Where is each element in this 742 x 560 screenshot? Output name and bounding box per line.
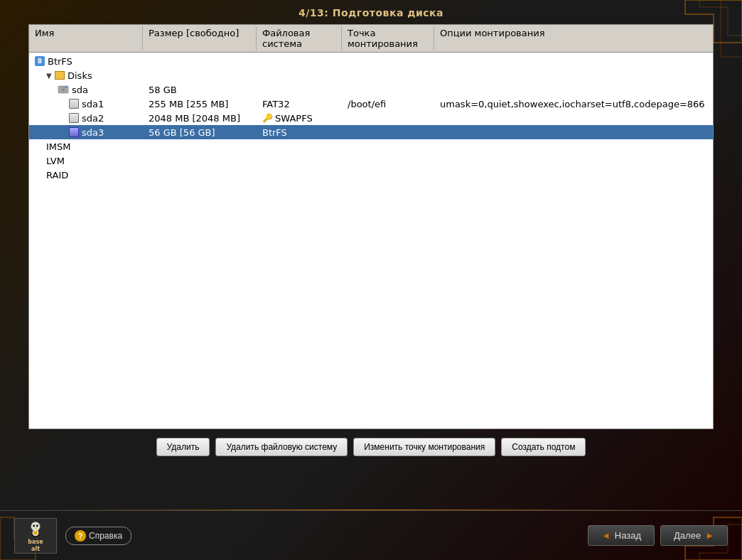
table-row[interactable]: sda 58 GB [29,82,713,97]
action-buttons: Удалить Удалить файловую систему Изменит… [0,429,742,465]
help-icon: ? [75,530,86,542]
partition-table: Имя Размер [свободно] Файловая система Т… [28,24,714,429]
folder-icon [55,71,65,80]
key-icon-sda2: 🔑 [262,113,273,123]
logo-icon [24,519,47,539]
svg-point-7 [33,524,35,527]
logo-area: base alt [14,518,57,554]
logo-text-line2: alt [31,546,40,552]
table-row-selected[interactable]: sda3 56 GB [56 GB] BtrFS [29,125,713,139]
row-name-sda2: sda2 [82,113,104,124]
page-title: 4/13: Подготовка диска [0,0,742,24]
col-header-filesystem: Файловая система [257,26,342,50]
svg-point-2 [63,89,64,90]
table-header: Имя Размер [свободно] Файловая система Т… [29,25,713,53]
delete-button[interactable]: Удалить [156,438,210,456]
next-button[interactable]: Далее ► [660,525,728,546]
partition-tree: B BtrFS ▼ Disks [29,53,713,183]
table-row[interactable]: ▼ Disks [29,68,713,82]
row-name-lvm: LVM [46,156,65,166]
svg-rect-3 [65,87,68,88]
logo-text-line1: base [28,539,43,545]
next-arrow-icon: ► [705,530,714,541]
row-name-sda: sda [72,85,88,95]
table-row[interactable]: sda2 2048 MB [2048 MB] 🔑 SWAPFS [29,111,713,125]
svg-point-8 [36,524,38,527]
change-mount-button[interactable]: Изменить точку монтирования [353,438,495,456]
table-row[interactable]: B BtrFS [29,54,713,68]
expand-arrow-disks: ▼ [46,72,53,79]
row-name-btrfs: BtrFS [48,56,72,67]
back-button[interactable]: ◄ Назад [588,525,655,546]
back-label: Назад [615,530,641,541]
partition-icon-sda3 [69,127,79,137]
col-header-size: Размер [свободно] [143,26,257,50]
row-name-disks: Disks [68,70,92,81]
bottom-bar: base alt ? Справка ◄ Назад Далее ► [0,510,742,560]
partition-icon-sda1 [69,99,79,109]
table-row[interactable]: LVM [29,154,713,168]
row-name-imsm: IMSM [46,141,71,152]
disk-icon [58,84,69,95]
logo-box: base alt [14,518,57,554]
partition-icon-sda2 [69,113,79,123]
help-label: Справка [89,531,122,541]
col-header-mount: Точка монтирования [342,26,434,50]
next-label: Далее [674,530,701,541]
table-row[interactable]: sda1 255 MB [255 MB] FAT32 /boot/efi uma… [29,97,713,111]
row-name-raid: RAID [46,170,68,181]
create-subvol-button[interactable]: Создать подтом [501,438,586,456]
col-header-options: Опции монтирования [434,26,713,50]
col-header-name: Имя [29,26,143,50]
table-row[interactable]: RAID [29,168,713,182]
table-row[interactable]: IMSM [29,139,713,154]
back-arrow-icon: ◄ [601,530,611,541]
svg-point-4 [31,522,41,531]
btrfs-icon: B [35,56,45,66]
row-name-sda1: sda1 [82,99,104,109]
help-button[interactable]: ? Справка [65,527,131,545]
nav-buttons: ◄ Назад Далее ► [588,525,728,546]
delete-fs-button[interactable]: Удалить файловую систему [215,438,348,456]
row-name-sda3: sda3 [82,127,104,138]
svg-point-9 [33,531,37,534]
